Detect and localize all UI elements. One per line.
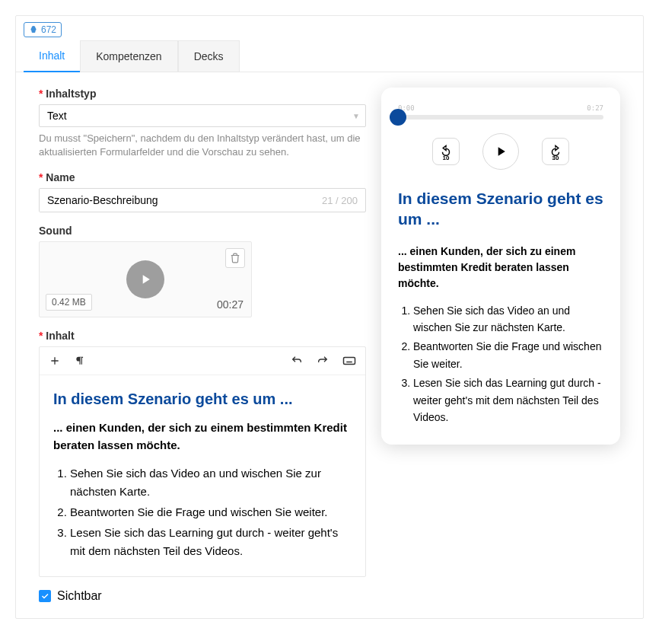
name-input[interactable]	[40, 189, 322, 212]
content-lead: ... einen Kunden, der sich zu einem best…	[53, 419, 352, 454]
delete-sound-button[interactable]	[225, 248, 245, 268]
player-thumb[interactable]	[390, 109, 406, 126]
time-total: 0:27	[587, 104, 603, 112]
name-label: Name	[39, 171, 366, 183]
name-group: Name 21 / 200	[39, 171, 366, 212]
play-button[interactable]	[482, 133, 519, 170]
player-track[interactable]	[398, 115, 603, 120]
badge-id: 672	[41, 24, 56, 35]
editor-content[interactable]: In diesem Szenario geht es um ... ... ei…	[40, 375, 365, 576]
rewind-button[interactable]: 10	[432, 138, 460, 165]
content-group: Inhalt	[39, 330, 366, 577]
preview-card: 0:00 0:27 10 3	[381, 88, 620, 445]
add-block-button[interactable]	[49, 355, 61, 367]
plus-icon	[49, 355, 61, 367]
list-item: Lesen Sie sich das Learning gut durch - …	[70, 524, 352, 560]
sound-box: 0.42 MB 00:27	[39, 241, 252, 317]
list-item: Sehen Sie sich das Video an und wischen …	[70, 464, 352, 501]
sound-filesize: 0.42 MB	[46, 294, 92, 311]
content-type-label: Inhaltstyp	[39, 88, 366, 100]
list-item: Beantworten Sie die Frage und wischen Si…	[70, 503, 352, 521]
sound-duration: 00:27	[217, 298, 244, 311]
trash-icon	[230, 253, 240, 263]
paragraph-button[interactable]	[75, 355, 85, 367]
char-count: 21 / 200	[322, 195, 365, 206]
player-times: 0:00 0:27	[398, 104, 603, 112]
preview-column: 0:00 0:27 10 3	[381, 88, 620, 603]
editor-container: 672 Inhalt Kompetenzen Decks Inhaltstyp …	[15, 15, 644, 619]
visible-label: Sichtbar	[57, 589, 102, 603]
keyboard-button[interactable]	[342, 355, 356, 367]
content-list: Sehen Sie sich das Video an und wischen …	[53, 464, 352, 560]
redo-button[interactable]	[317, 355, 329, 367]
editor-toolbar	[40, 347, 365, 375]
undo-button[interactable]	[291, 355, 303, 367]
play-icon	[493, 144, 508, 159]
sound-label: Sound	[39, 225, 366, 237]
tab-inhalt[interactable]: Inhalt	[24, 40, 80, 72]
svg-rect-0	[344, 358, 355, 365]
tabs: Inhalt Kompetenzen Decks	[16, 40, 643, 72]
form-column: Inhaltstyp Text ▼ Du musst "Speichern", …	[39, 88, 366, 603]
visible-row: Sichtbar	[39, 589, 366, 603]
list-item: Beantworten Sie die Frage und wischen Si…	[413, 338, 603, 372]
content-type-select[interactable]: Text	[39, 104, 366, 127]
brain-icon	[29, 25, 38, 34]
content-type-help: Du musst "Speichern", nachdem du den Inh…	[39, 132, 366, 159]
rich-editor: In diesem Szenario geht es um ... ... ei…	[39, 346, 366, 577]
content-label: Inhalt	[39, 330, 366, 342]
content-type-group: Inhaltstyp Text ▼ Du musst "Speichern", …	[39, 88, 366, 159]
list-item: Lesen Sie sich das Learning gut durch - …	[413, 375, 603, 426]
content-area: Inhaltstyp Text ▼ Du musst "Speichern", …	[16, 72, 643, 618]
paragraph-icon	[75, 355, 85, 366]
tab-kompetenzen[interactable]: Kompetenzen	[80, 40, 177, 72]
list-item: Sehen Sie sich das Video an und wischen …	[413, 302, 603, 336]
preview-list: Sehen Sie sich das Video an und wischen …	[398, 302, 603, 426]
player-controls: 10 30	[398, 133, 603, 170]
redo-icon	[317, 355, 329, 367]
play-sound-button[interactable]	[126, 260, 164, 298]
preview-heading: In diesem Szenario geht es um ...	[398, 188, 603, 230]
content-heading: In diesem Szenario geht es um ...	[53, 389, 352, 409]
tab-decks[interactable]: Decks	[178, 40, 240, 72]
forward-button[interactable]: 30	[542, 138, 569, 165]
undo-icon	[291, 355, 303, 367]
visible-checkbox[interactable]	[39, 590, 51, 602]
brain-badge: 672	[24, 22, 62, 37]
check-icon	[40, 591, 49, 601]
preview-lead: ... einen Kunden, der sich zu einem best…	[398, 244, 603, 292]
play-icon	[138, 272, 153, 287]
sound-group: Sound 0.42 MB 00:27	[39, 225, 366, 317]
keyboard-icon	[342, 355, 356, 366]
